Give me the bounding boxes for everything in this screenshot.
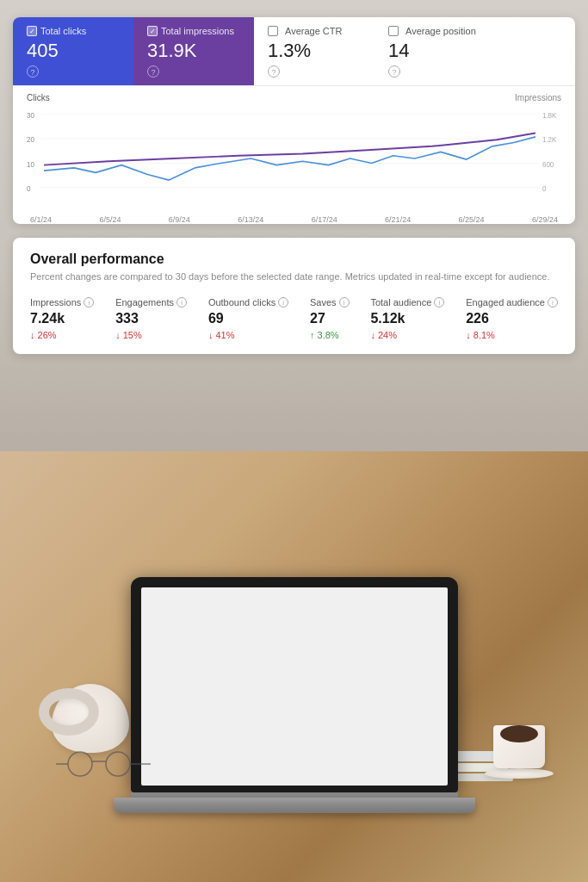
- svg-text:20: 20: [27, 135, 34, 144]
- svg-text:1.2K: 1.2K: [542, 135, 557, 144]
- perf-subtitle: Percent changes are compared to 30 days …: [30, 270, 558, 283]
- svg-text:0: 0: [542, 184, 547, 193]
- search-console-panel: ✓ Total clicks 405 ? ✓ Total impressions…: [13, 17, 575, 224]
- svg-point-13: [106, 752, 130, 776]
- perf-engaged-audience-change: 8.1%: [466, 330, 558, 340]
- coffee-cup: [493, 725, 545, 768]
- position-help-icon[interactable]: ?: [388, 65, 400, 78]
- impressions-arrow: [30, 330, 35, 340]
- metric-total-impressions[interactable]: ✓ Total impressions 31.9K ?: [133, 17, 254, 85]
- impressions-info-icon[interactable]: i: [84, 297, 94, 307]
- x-label-3: 6/13/24: [238, 215, 263, 224]
- position-checkbox-row: Average position: [388, 26, 481, 36]
- chart-area: Clicks Impressions 30 20 10 0 1.8K 1.2K …: [13, 86, 575, 224]
- perf-outbound-label: Outbound clicks i: [208, 297, 288, 307]
- perf-impressions-value: 7.24k: [30, 311, 94, 326]
- ctr-help-icon[interactable]: ?: [268, 65, 280, 78]
- svg-text:600: 600: [542, 159, 554, 168]
- panels-container: ✓ Total clicks 405 ? ✓ Total impressions…: [13, 17, 575, 354]
- vase-ring: [39, 688, 99, 736]
- x-label-1: 6/5/24: [99, 215, 121, 224]
- perf-engagements-value: 333: [115, 311, 187, 326]
- glasses: [56, 748, 142, 774]
- metric-avg-position[interactable]: Average position 14 ?: [374, 17, 495, 85]
- perf-saves-value: 27: [310, 311, 350, 326]
- svg-text:1.8K: 1.8K: [542, 111, 557, 120]
- outbound-arrow: [208, 330, 214, 340]
- impressions-help-icon[interactable]: ?: [147, 65, 159, 78]
- svg-text:30: 30: [27, 111, 34, 120]
- clicks-checkbox-row: ✓ Total clicks: [27, 26, 120, 36]
- vase-area: [52, 684, 129, 753]
- perf-title: Overall performance: [30, 252, 558, 267]
- engaged-audience-arrow: [466, 330, 471, 340]
- ctr-value: 1.3%: [268, 40, 361, 62]
- metric-avg-ctr[interactable]: Average CTR 1.3% ?: [254, 17, 374, 85]
- perf-metrics-row: Impressions i 7.24k 26% Engagements i 33…: [30, 297, 558, 340]
- laptop-screen: [141, 587, 448, 786]
- perf-engagements-change: 15%: [115, 330, 187, 340]
- perf-saves-change: 3.8%: [310, 330, 350, 340]
- chart-x-labels: 6/1/24 6/5/24 6/9/24 6/13/24 6/17/24 6/2…: [27, 215, 561, 224]
- ctr-checkbox-row: Average CTR: [268, 26, 361, 36]
- total-audience-info-icon[interactable]: i: [434, 297, 444, 307]
- perf-total-audience-change: 24%: [370, 330, 444, 340]
- perf-metric-impressions: Impressions i 7.24k 26%: [30, 297, 94, 340]
- perf-total-audience-label: Total audience i: [370, 297, 444, 307]
- perf-outbound-value: 69: [208, 311, 288, 326]
- x-label-0: 6/1/24: [30, 215, 52, 224]
- perf-metric-engagements: Engagements i 333 15%: [115, 297, 187, 340]
- clicks-label: Total clicks: [40, 26, 86, 36]
- perf-total-audience-value: 5.12k: [370, 311, 444, 326]
- clicks-value: 405: [27, 40, 120, 62]
- perf-impressions-change: 26%: [30, 330, 94, 340]
- x-label-5: 6/21/24: [385, 215, 411, 224]
- svg-text:10: 10: [27, 159, 34, 168]
- perf-impressions-label: Impressions i: [30, 297, 94, 307]
- saves-arrow: [310, 330, 315, 340]
- position-checkbox[interactable]: [388, 26, 399, 36]
- engagements-info-icon[interactable]: i: [176, 297, 187, 307]
- metrics-row: ✓ Total clicks 405 ? ✓ Total impressions…: [13, 17, 575, 86]
- outbound-info-icon[interactable]: i: [278, 297, 288, 307]
- x-label-2: 6/9/24: [169, 215, 190, 224]
- svg-point-12: [68, 752, 92, 776]
- impressions-value: 31.9K: [147, 40, 240, 62]
- x-label-6: 6/25/24: [459, 215, 485, 224]
- position-value: 14: [388, 40, 481, 62]
- clicks-checkbox[interactable]: ✓: [27, 26, 37, 36]
- coffee-liquid: [500, 725, 538, 742]
- ctr-label: Average CTR: [285, 26, 342, 36]
- engaged-audience-info-icon[interactable]: i: [548, 297, 558, 307]
- laptop-screen-outer: [131, 577, 458, 792]
- perf-metric-total-audience: Total audience i 5.12k 24%: [370, 297, 444, 340]
- saves-info-icon[interactable]: i: [339, 297, 350, 307]
- engagements-arrow: [115, 330, 121, 340]
- x-label-7: 6/29/24: [532, 215, 558, 224]
- perf-engagements-label: Engagements i: [115, 297, 187, 307]
- perf-metric-saves: Saves i 27 3.8%: [310, 297, 350, 340]
- performance-panel: Overall performance Percent changes are …: [13, 238, 575, 354]
- perf-metric-outbound-clicks: Outbound clicks i 69 41%: [208, 297, 288, 340]
- x-label-4: 6/17/24: [312, 215, 337, 224]
- svg-text:0: 0: [27, 184, 31, 193]
- perf-metric-engaged-audience: Engaged audience i 226 8.1%: [466, 297, 558, 340]
- impressions-label: Total impressions: [161, 26, 234, 36]
- laptop-base: [114, 798, 475, 813]
- coffee-saucer: [485, 768, 554, 779]
- impressions-checkbox[interactable]: ✓: [147, 26, 158, 36]
- metric-total-clicks[interactable]: ✓ Total clicks 405 ?: [13, 17, 133, 85]
- laptop: [131, 577, 458, 813]
- impressions-checkbox-row: ✓ Total impressions: [147, 26, 240, 36]
- clicks-help-icon[interactable]: ?: [27, 65, 39, 78]
- perf-engaged-audience-label: Engaged audience i: [466, 297, 558, 307]
- coffee-area: [485, 748, 554, 779]
- chart-svg: 30 20 10 0 1.8K 1.2K 600 0: [27, 107, 561, 210]
- ctr-checkbox[interactable]: [268, 26, 278, 36]
- position-label: Average position: [405, 26, 476, 36]
- chart-y-right-label: Impressions: [515, 93, 561, 102]
- total-audience-arrow: [370, 330, 375, 340]
- perf-engaged-audience-value: 226: [466, 311, 558, 326]
- chart-y-left-label: Clicks: [27, 93, 50, 102]
- perf-saves-label: Saves i: [310, 297, 350, 307]
